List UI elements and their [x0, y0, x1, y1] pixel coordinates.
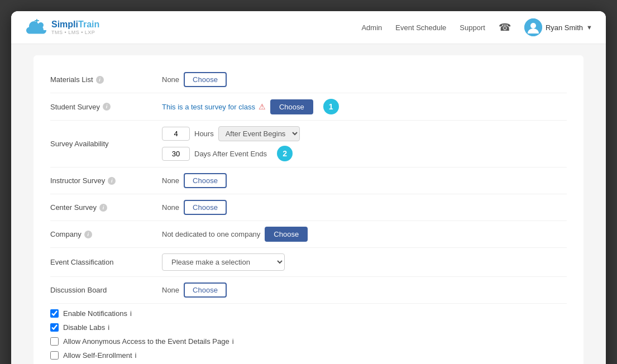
discussion-board-value: None: [162, 286, 179, 294]
nav-links: Admin Event Schedule Support ☎ Ryan Smit…: [361, 18, 592, 36]
navbar: SimpliTrain TMS • LMS • LXP Admin Event …: [11, 11, 606, 44]
allow-anonymous-checkbox[interactable]: [50, 337, 59, 346]
materials-list-value: None: [162, 75, 179, 84]
company-row: Company i Not dedicated to one company C…: [50, 221, 567, 248]
student-survey-help-icon[interactable]: i: [103, 103, 111, 111]
company-label: Company i: [50, 230, 162, 238]
instructor-survey-row: Instructor Survey i None Choose: [50, 167, 567, 194]
instructor-survey-help-icon[interactable]: i: [108, 177, 116, 185]
checkbox-section: Enable Notifications i Disable Labs i Al…: [50, 304, 567, 360]
center-survey-label: Center Survey i: [50, 203, 162, 212]
availability-group: Hours After Event Begins After Event End…: [162, 126, 300, 161]
days-label: Days After Event Ends: [194, 150, 267, 158]
center-survey-help-icon[interactable]: i: [99, 204, 107, 212]
materials-list-label: Materials List i: [50, 75, 162, 84]
materials-list-row: Materials List i None Choose: [50, 66, 567, 93]
student-survey-control: This is a test survey for class ⚠ Choose…: [162, 99, 567, 114]
discussion-board-row: Discussion Board None Choose: [50, 277, 567, 304]
enable-notifications-help-icon[interactable]: i: [130, 309, 132, 318]
logo-text: SimpliTrain: [51, 20, 99, 30]
center-survey-choose-button[interactable]: Choose: [184, 200, 227, 215]
chevron-down-icon: ▼: [586, 24, 592, 31]
disable-labs-label: Disable Labs i: [63, 323, 109, 332]
instructor-survey-choose-button[interactable]: Choose: [184, 173, 227, 188]
allow-self-enrollment-help-icon[interactable]: i: [135, 351, 137, 360]
student-survey-label: Student Survey i: [50, 103, 162, 111]
nav-support[interactable]: Support: [460, 23, 485, 32]
center-survey-value: None: [162, 203, 179, 212]
event-classification-control: Please make a selection: [162, 253, 567, 271]
avail-row-hours: Hours After Event Begins After Event End…: [162, 126, 300, 141]
avail-hours-input[interactable]: [162, 127, 190, 141]
svg-point-0: [38, 22, 44, 28]
remove-survey-icon[interactable]: ⚠: [259, 102, 266, 111]
center-survey-control: None Choose: [162, 200, 567, 215]
discussion-board-choose-button[interactable]: Choose: [184, 282, 227, 298]
logo-tagline: TMS • LMS • LXP: [51, 30, 99, 35]
center-survey-row: Center Survey i None Choose: [50, 194, 567, 221]
user-menu[interactable]: Ryan Smith ▼: [524, 18, 592, 36]
disable-labs-checkbox[interactable]: [50, 323, 59, 332]
discussion-board-label: Discussion Board: [50, 286, 162, 294]
company-choose-button[interactable]: Choose: [265, 227, 308, 242]
disable-labs-row: Disable Labs i: [50, 323, 567, 332]
allow-anonymous-row: Allow Anonymous Access to the Event Deta…: [50, 337, 567, 346]
survey-availability-control: Hours After Event Begins After Event End…: [162, 126, 567, 161]
form-card: Materials List i None Choose Student Sur…: [34, 55, 583, 364]
student-survey-choose-button[interactable]: Choose: [270, 99, 313, 114]
phone-icon: ☎: [499, 21, 511, 33]
avail-hours-select[interactable]: After Event Begins After Event Ends: [218, 126, 300, 141]
company-help-icon[interactable]: i: [84, 231, 92, 238]
nav-event-schedule[interactable]: Event Schedule: [395, 23, 446, 32]
instructor-survey-control: None Choose: [162, 173, 567, 188]
survey-availability-row: Survey Availability Hours After Event Be…: [50, 121, 567, 167]
enable-notifications-row: Enable Notifications i: [50, 309, 567, 318]
event-classification-select[interactable]: Please make a selection: [162, 253, 285, 271]
company-control: Not dedicated to one company Choose: [162, 227, 567, 242]
nav-admin[interactable]: Admin: [361, 23, 382, 32]
student-survey-value: This is a test survey for class ⚠: [162, 102, 266, 111]
tooltip-bubble-1: 1: [323, 99, 339, 114]
enable-notifications-checkbox[interactable]: [50, 309, 59, 318]
student-survey-row: Student Survey i This is a test survey f…: [50, 93, 567, 121]
instructor-survey-value: None: [162, 176, 179, 185]
instructor-survey-label: Instructor Survey i: [50, 176, 162, 185]
svg-point-2: [530, 23, 536, 28]
avail-row-days: Days After Event Ends 2: [162, 146, 300, 161]
event-classification-row: Event Classification Please make a selec…: [50, 248, 567, 277]
materials-list-choose-button[interactable]: Choose: [184, 72, 227, 87]
allow-self-enrollment-checkbox[interactable]: [50, 351, 59, 360]
enable-notifications-label: Enable Notifications i: [63, 309, 132, 318]
main-window: SimpliTrain TMS • LMS • LXP Admin Event …: [11, 11, 606, 364]
materials-list-control: None Choose: [162, 72, 567, 87]
allow-anonymous-help-icon[interactable]: i: [232, 337, 234, 346]
materials-list-help-icon[interactable]: i: [96, 76, 104, 84]
allow-anonymous-label: Allow Anonymous Access to the Event Deta…: [63, 337, 234, 346]
survey-availability-label: Survey Availability: [50, 140, 162, 148]
avail-days-input[interactable]: [162, 147, 190, 161]
event-classification-label: Event Classification: [50, 258, 162, 266]
avatar: [524, 18, 542, 36]
main-content: Materials List i None Choose Student Sur…: [11, 44, 606, 364]
company-value: Not dedicated to one company: [162, 230, 260, 238]
disable-labs-help-icon[interactable]: i: [108, 323, 109, 332]
tooltip-bubble-2: 2: [277, 146, 293, 161]
logo-area: SimpliTrain TMS • LMS • LXP: [25, 18, 99, 37]
discussion-board-control: None Choose: [162, 282, 567, 298]
logo-icon: [25, 18, 49, 37]
hours-label: Hours: [194, 130, 214, 138]
allow-self-enrollment-label: Allow Self-Enrollment i: [63, 351, 136, 360]
username-label: Ryan Smith: [546, 23, 583, 32]
allow-self-enrollment-row: Allow Self-Enrollment i: [50, 351, 567, 360]
